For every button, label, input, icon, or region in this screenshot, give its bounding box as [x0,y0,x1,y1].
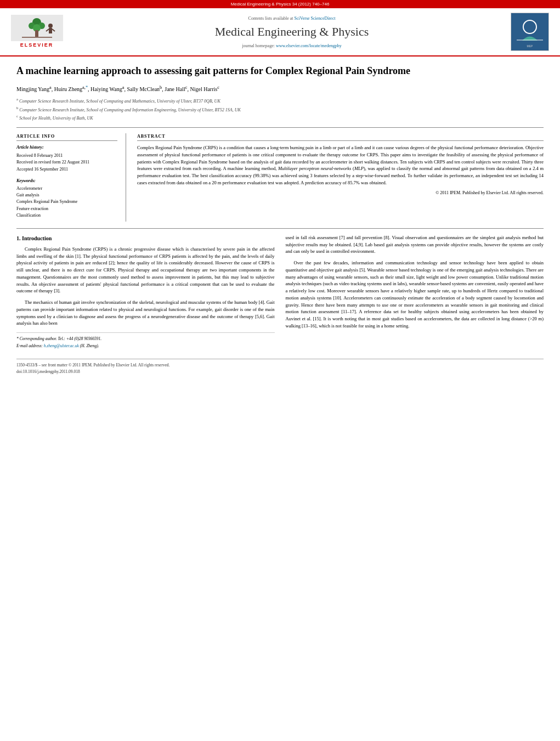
history-label: Article history: [16,144,117,150]
email-note: E-mail address: h.zheng@ulster.ac.uk (H.… [16,343,275,349]
keyword-1: Accelerometer [16,185,117,191]
affil-a: a Computer Science Research Institute, S… [16,97,544,105]
article-info-left: ARTICLE INFO Article history: Received 8… [16,133,126,222]
elsevier-logo-container: ELSEVIER [11,15,63,49]
header-divider [16,127,544,128]
journal-citation-text: Medical Engineering & Physics 34 (2012) … [231,2,330,7]
abstract-section: ABSTRACT Complex Regional Pain Syndrome … [137,133,544,222]
footnote-area: * Corresponding author. Tel.: +44 (0)28 … [16,332,275,349]
affil-b: b Computer Science Research Institute, S… [16,105,544,114]
svg-rect-14 [517,39,543,41]
body-col-right: used in fall risk assessment [7] and fal… [286,234,544,350]
corresponding-note: * Corresponding author. Tel.: +44 (0)28 … [16,336,275,342]
email-link[interactable]: h.zheng@ulster.ac.uk [44,343,79,348]
keywords-label: Keywords: [16,178,117,184]
journal-citation-bar: Medical Engineering & Physics 34 (2012) … [0,0,560,8]
received-date: Received 8 February 2011 [16,152,117,159]
received-revised-date: Received in revised form 22 August 2011 [16,159,117,165]
body-divider [16,228,544,229]
body-para-1: Complex Regional Pain Syndrome (CRPS) is… [16,246,275,295]
keywords-section: Keywords: Accelerometer Gait analysis Co… [16,178,117,218]
svg-rect-6 [22,37,52,38]
svg-rect-8 [49,28,52,33]
svg-text:MEP: MEP [527,44,534,48]
journal-homepage-line: journal homepage: www.elsevier.com/locat… [73,43,511,49]
svg-rect-5 [35,30,38,37]
journal-title-area: Contents lists available at SciVerse Sci… [73,15,511,49]
body-para-3: used in fall risk assessment [7] and fal… [286,234,544,255]
svg-text:ELSEVIER: ELSEVIER [20,42,54,48]
elsevier-logo-svg: ELSEVIER [11,15,63,49]
affil-c: c School for Health, University of Bath,… [16,114,544,122]
section1-title: 1. Introduction [16,234,275,242]
sciverse-link[interactable]: SciVerse ScienceDirect [295,16,336,21]
sciverse-line: Contents lists available at SciVerse Sci… [73,15,511,21]
footer-issn: 1350-4533/$ – see front matter © 2011 IP… [16,363,544,369]
accepted-date: Accepted 16 September 2011 [16,166,117,172]
keyword-2: Gait analysis [16,192,117,198]
article-footer: 1350-4533/$ – see front matter © 2011 IP… [16,359,544,375]
article-info-heading: ARTICLE INFO [16,133,117,141]
copyright-line: © 2011 IPEM. Published by Elsevier Ltd. … [137,190,544,196]
journal-right-logo: MEP [511,13,549,51]
body-para-2: The mechanics of human gait involve sync… [16,299,275,327]
body-col-left: 1. Introduction Complex Regional Pain Sy… [16,234,275,350]
body-columns: 1. Introduction Complex Regional Pain Sy… [16,234,544,350]
body-para-4: Over the past few decades, information a… [286,259,544,330]
article-content: A machine learning approach to assessing… [0,56,560,383]
keyword-4: Feature extraction [16,206,117,212]
abstract-text: Complex Regional Pain Syndrome (CRPS) is… [137,144,544,186]
authors-line: Mingjing Yanga, Huiru Zhenga,*, Haiying … [16,84,544,93]
keyword-5: Classification [16,212,117,218]
svg-point-7 [48,24,53,28]
article-history: Article history: Received 8 February 201… [16,144,117,172]
footer-doi: doi:10.1016/j.medengphy.2011.09.018 [16,369,544,375]
affiliations: a Computer Science Research Institute, S… [16,97,544,122]
keyword-3: Complex Regional Pain Syndrome [16,199,117,205]
abstract-heading: ABSTRACT [137,133,544,141]
homepage-link[interactable]: www.elsevier.com/locate/medengphy [276,43,342,48]
article-info-section: ARTICLE INFO Article history: Received 8… [16,133,544,222]
journal-header: ELSEVIER Contents lists available at Sci… [0,8,560,56]
journal-main-title: Medical Engineering & Physics [73,24,511,41]
article-title: A machine learning approach to assessing… [16,65,544,77]
